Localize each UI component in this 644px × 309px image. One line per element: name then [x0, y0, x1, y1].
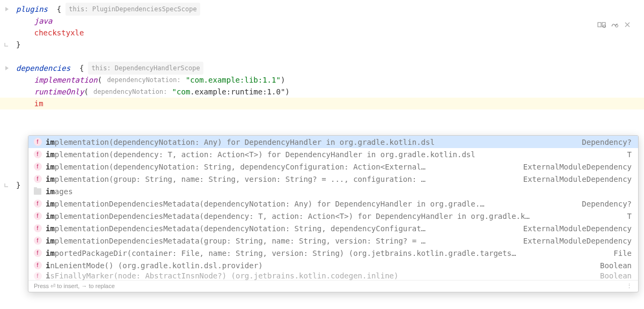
folder-icon: [33, 187, 42, 196]
completion-label: images: [46, 187, 632, 196]
keyword-plugins: plugins: [16, 3, 48, 15]
completion-item[interactable]: fimplementation(dependency: T, action: A…: [28, 148, 638, 160]
completion-item[interactable]: fimplementationDependenciesMetadata(grou…: [28, 234, 638, 247]
completion-item[interactable]: fimplementation(dependencyNotation: Stri…: [28, 160, 638, 173]
completion-label: implementation(dependencyNotation: Any) …: [46, 138, 573, 146]
completion-label: implementation(dependencyNotation: Strin…: [46, 163, 515, 171]
function-icon: f: [33, 224, 42, 233]
completion-label: implementationDependenciesMetadata(depen…: [46, 212, 619, 220]
active-line[interactable]: im: [0, 98, 644, 109]
fold-end-marker[interactable]: [4, 42, 16, 47]
completion-item[interactable]: fimportedPackageDir(container: File, nam…: [28, 247, 638, 259]
completion-label: implementationDependenciesMetadata(depen…: [46, 200, 573, 208]
completion-label: implementationDependenciesMetadata(depen…: [46, 224, 515, 233]
svg-rect-1: [602, 23, 605, 27]
call-implementation: implementation: [34, 74, 98, 86]
param-hint: dependencyNotation:: [89, 86, 172, 98]
completion-return-type: Dependency?: [573, 138, 632, 146]
typed-text: im: [34, 98, 43, 109]
completion-return-type: ExternalModuleDependency: [515, 224, 632, 233]
completion-label: inLenientMode() (org.gradle.kotlin.dsl.p…: [46, 261, 591, 270]
completion-label: importedPackageDir(container: File, name…: [46, 249, 605, 258]
function-icon: f: [33, 248, 42, 258]
completion-item[interactable]: finLenientMode() (org.gradle.kotlin.dsl.…: [28, 259, 638, 271]
popup-hint: Press ⏎ to insert, → to replace: [34, 283, 115, 290]
call-runtimeonly: runtimeOnly: [34, 86, 84, 98]
completion-item[interactable]: fimplementation(dependencyNotation: Any)…: [28, 136, 638, 148]
more-icon[interactable]: ⋮: [626, 283, 633, 290]
plugin-java: java: [34, 15, 53, 27]
completion-item[interactable]: fimplementation(group: String, name: Str…: [28, 173, 638, 185]
popup-footer: Press ⏎ to insert, → to replace ⋮: [28, 280, 638, 292]
fold-marker[interactable]: [4, 65, 16, 71]
function-icon: f: [33, 236, 42, 246]
completion-return-type: ExternalModuleDependency: [515, 163, 632, 171]
completion-popup[interactable]: fimplementation(dependencyNotation: Any)…: [28, 135, 639, 292]
completion-return-type: ExternalModuleDependency: [515, 237, 632, 245]
inspections-icon[interactable]: [610, 20, 619, 29]
function-icon: f: [33, 271, 42, 280]
function-icon: f: [33, 137, 42, 147]
completion-item[interactable]: fimplementationDependenciesMetadata(depe…: [28, 210, 638, 222]
function-icon: f: [33, 211, 42, 221]
editor-toolbar: [597, 20, 632, 29]
completion-return-type: ExternalModuleDependency: [515, 175, 632, 183]
completion-item[interactable]: images: [28, 185, 638, 197]
keyword-dependencies: dependencies: [16, 62, 70, 74]
function-icon: f: [33, 174, 42, 184]
reader-mode-icon[interactable]: [597, 20, 606, 29]
completion-item[interactable]: fimplementationDependenciesMetadata(depe…: [28, 222, 638, 234]
completion-return-type: Dependency?: [573, 200, 632, 208]
completion-label: implementation(dependency: T, action: Ac…: [46, 150, 619, 159]
completion-return-type: File: [605, 249, 632, 258]
function-icon: f: [33, 199, 42, 209]
fold-end-marker[interactable]: [4, 182, 16, 188]
param-hint: dependencyNotation:: [102, 74, 186, 86]
plugin-error-checkstyxle: checkstyxle: [34, 27, 84, 39]
completion-item[interactable]: fimplementationDependenciesMetadata(depe…: [28, 197, 638, 210]
completion-return-type: Boolean: [591, 261, 632, 270]
completion-return-type: T: [619, 212, 632, 220]
completion-label: implementationDependenciesMetadata(group…: [46, 237, 515, 245]
close-icon[interactable]: [623, 20, 632, 29]
svg-rect-0: [598, 23, 601, 27]
inlay-hint: this: PluginDependenciesSpecScope: [65, 3, 200, 16]
completion-label: isFinallyMarker(node: AbstractInsnNode?)…: [46, 271, 591, 280]
completion-return-type: T: [619, 150, 632, 159]
completion-return-type: Boolean: [591, 271, 632, 280]
string-literal: "com.example:lib:1.1": [186, 74, 281, 86]
completion-item[interactable]: fisFinallyMarker(node: AbstractInsnNode?…: [28, 271, 638, 280]
completion-label: implementation(group: String, name: Stri…: [46, 175, 515, 183]
function-icon: f: [33, 261, 42, 270]
inlay-hint: this: DependencyHandlerScope: [88, 62, 203, 75]
fold-marker[interactable]: [4, 6, 16, 12]
function-icon: f: [33, 150, 42, 159]
function-icon: f: [33, 162, 42, 172]
